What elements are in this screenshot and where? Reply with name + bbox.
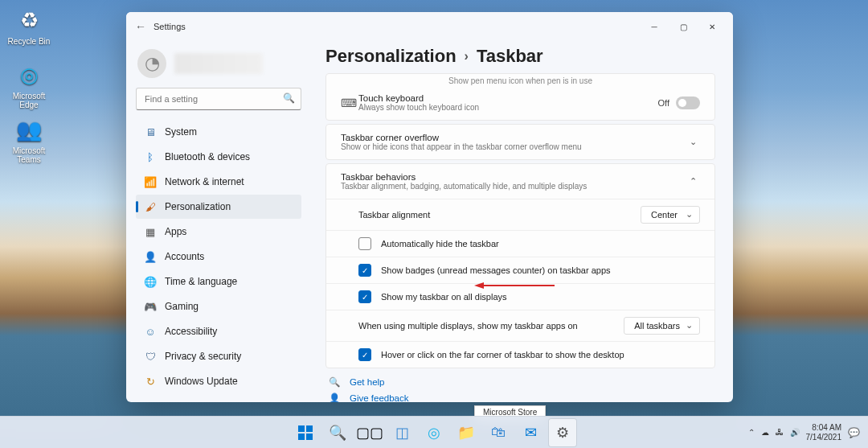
svg-rect-5 — [306, 434, 313, 440]
helpers: 🔍Get help 👤Give feedback — [326, 372, 715, 402]
check-label: Show badges (unread messages counter) on… — [381, 265, 611, 275]
checkbox-checked-icon: ✓ — [358, 264, 371, 277]
search-button[interactable]: 🔍 — [324, 419, 351, 446]
search-input[interactable] — [136, 88, 301, 110]
nav-accounts[interactable]: 👤Accounts — [136, 245, 301, 269]
nav-label: Windows Update — [165, 376, 238, 387]
row-subtitle: Show or hide icons that appear in the ta… — [341, 142, 686, 151]
hover-corner-row[interactable]: ✓ Hover or click on the far corner of ta… — [326, 342, 714, 368]
system-icon: 🖥 — [144, 125, 157, 138]
settings-window: ← Settings ─ ▢ ✕ ◔ 🔍 🖥System ᛒBluetooth … — [126, 12, 733, 402]
give-feedback-link[interactable]: 👤Give feedback — [329, 393, 712, 402]
chevron-up-icon: ⌃ — [686, 176, 700, 187]
check-label: Hover or click on the far corner of task… — [381, 350, 624, 360]
onedrive-icon[interactable]: ☁ — [761, 428, 769, 437]
tray-chevron-icon[interactable]: ⌃ — [748, 428, 755, 437]
task-view-button[interactable]: ▢▢ — [356, 419, 383, 446]
search-box: 🔍 — [136, 88, 301, 110]
behaviors-panel: Taskbar behaviors Taskbar alignment, bad… — [326, 163, 715, 368]
user-block[interactable]: ◔ — [136, 46, 301, 88]
nav-accessibility[interactable]: ☺Accessibility — [136, 319, 301, 343]
start-button[interactable] — [292, 419, 319, 446]
nav-update[interactable]: ↻Windows Update — [136, 369, 301, 393]
store-button[interactable]: 🛍 — [485, 419, 512, 446]
get-help-link[interactable]: 🔍Get help — [329, 376, 712, 388]
multi-display-row: When using multiple displays, show my ta… — [326, 310, 714, 342]
nav-label: Network & internet — [165, 176, 244, 187]
edge-button[interactable]: ◎ — [420, 419, 448, 446]
nav-label: Time & language — [165, 276, 237, 287]
teams-icon: 👥 — [14, 114, 44, 145]
recycle-bin-icon: ♻ — [14, 5, 44, 35]
badges-row[interactable]: ✓ Show badges (unread messages counter) … — [326, 257, 714, 284]
close-button[interactable]: ✕ — [698, 15, 727, 38]
alignment-row: Taskbar alignment Center — [326, 199, 714, 231]
switch-off-icon — [676, 97, 700, 109]
desktop-icon-teams[interactable]: 👥Microsoft Teams — [5, 114, 53, 164]
date-text: 7/14/2021 — [806, 433, 842, 442]
wifi-icon: 📶 — [144, 175, 157, 188]
touch-keyboard-row[interactable]: ⌨ Touch keyboard Always show touch keybo… — [326, 85, 714, 120]
explorer-button[interactable]: 📁 — [452, 419, 480, 446]
desktop-icon-recycle-bin[interactable]: ♻Recycle Bin — [5, 5, 53, 46]
multi-label: When using multiple displays, show my ta… — [358, 321, 578, 331]
nav-apps[interactable]: ▦Apps — [136, 220, 301, 244]
nav-label: Bluetooth & devices — [165, 151, 250, 162]
notifications-icon[interactable]: 💬 — [848, 427, 860, 438]
row-title: Touch keyboard — [358, 93, 658, 103]
nav-privacy[interactable]: 🛡Privacy & security — [136, 344, 301, 368]
svg-rect-3 — [306, 425, 313, 432]
nav-list: 🖥System ᛒBluetooth & devices 📶Network & … — [136, 120, 301, 393]
volume-icon[interactable]: 🔊 — [790, 428, 800, 437]
checkbox-checked-icon: ✓ — [358, 290, 371, 303]
nav-label: Gaming — [165, 301, 199, 312]
all-displays-row[interactable]: ✓ Show my taskbar on all displays — [326, 284, 714, 310]
back-button[interactable]: ← — [133, 20, 149, 33]
widgets-button[interactable]: ◫ — [388, 419, 416, 446]
nav-label: Privacy & security — [165, 351, 241, 362]
accessibility-icon: ☺ — [144, 325, 157, 338]
gaming-icon: 🎮 — [144, 300, 157, 313]
maximize-button[interactable]: ▢ — [669, 15, 698, 38]
feedback-icon: 👤 — [329, 393, 342, 402]
content-area: Personalization › Taskbar Show pen menu … — [311, 41, 733, 402]
row-title: Taskbar corner overflow — [341, 133, 686, 142]
chevron-down-icon: ⌄ — [686, 137, 700, 147]
multi-dropdown[interactable]: All taskbars — [624, 317, 700, 335]
settings-button[interactable]: ⚙ — [549, 419, 576, 446]
time-text: 8:04 AM — [806, 423, 842, 433]
bluetooth-icon: ᛒ — [144, 150, 157, 163]
alignment-dropdown[interactable]: Center — [641, 206, 700, 224]
breadcrumb-parent[interactable]: Personalization — [326, 46, 457, 67]
nav-network[interactable]: 📶Network & internet — [136, 170, 301, 194]
svg-rect-2 — [298, 425, 305, 432]
nav-gaming[interactable]: 🎮Gaming — [136, 294, 301, 319]
cutoff-text: Show pen menu icon when pen is in use — [326, 74, 714, 85]
minimize-button[interactable]: ─ — [640, 15, 669, 38]
globe-icon: 🌐 — [144, 275, 157, 288]
chevron-right-icon: › — [465, 49, 469, 64]
nav-system[interactable]: 🖥System — [136, 120, 301, 144]
clock[interactable]: 8:04 AM 7/14/2021 — [806, 423, 842, 442]
help-icon: 🔍 — [329, 376, 342, 388]
avatar: ◔ — [137, 49, 166, 78]
icon-label: Microsoft Teams — [5, 146, 53, 164]
check-label: Automatically hide the taskbar — [381, 239, 499, 249]
edge-icon: ◎ — [14, 60, 44, 90]
behaviors-header[interactable]: Taskbar behaviors Taskbar alignment, bad… — [326, 164, 714, 199]
nav-time[interactable]: 🌐Time & language — [136, 269, 301, 294]
icon-label: Recycle Bin — [5, 37, 53, 46]
search-icon: 🔍 — [283, 92, 295, 104]
touch-keyboard-toggle[interactable]: Off — [658, 97, 700, 109]
autohide-row[interactable]: Automatically hide the taskbar — [326, 231, 714, 257]
mail-button[interactable]: ✉ — [517, 419, 544, 446]
overflow-panel[interactable]: Taskbar corner overflow Show or hide ico… — [326, 124, 715, 160]
person-icon: 👤 — [144, 250, 157, 263]
network-icon[interactable]: 🖧 — [776, 428, 784, 437]
nav-label: System — [165, 126, 197, 138]
link-label: Give feedback — [350, 393, 409, 402]
taskbar: 🔍 ▢▢ ◫ ◎ 📁 🛍 ✉ ⚙ ⌃ ☁ 🖧 🔊 8:04 AM 7/14/20… — [0, 416, 868, 448]
nav-personalization[interactable]: 🖌Personalization — [136, 195, 301, 219]
desktop-icon-edge[interactable]: ◎Microsoft Edge — [5, 60, 53, 109]
nav-bluetooth[interactable]: ᛒBluetooth & devices — [136, 145, 301, 169]
